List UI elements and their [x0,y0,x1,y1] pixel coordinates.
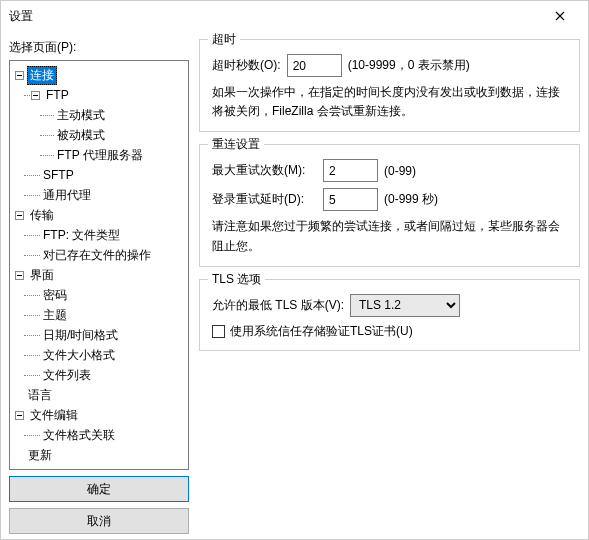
minus-icon[interactable] [14,410,25,421]
retry-delay-input[interactable] [323,188,378,211]
settings-tree[interactable]: 连接 FTP 主动模式 被动模式 FTP 代理服务器 [9,60,189,470]
timeout-group: 超时 超时秒数(O): (10-9999，0 表示禁用) 如果一次操作中，在指定… [199,39,580,132]
tls-min-label: 允许的最低 TLS 版本(V): [212,297,344,314]
retry-legend: 重连设置 [208,136,264,153]
max-retry-input[interactable] [323,159,378,182]
retry-desc: 请注意如果您过于频繁的尝试连接，或者间隔过短，某些服务器会阻止您。 [212,217,567,255]
tls-cert-checkbox[interactable] [212,325,225,338]
tls-min-select[interactable]: TLS 1.2 [350,294,460,317]
retry-group: 重连设置 最大重试次数(M): (0-99) 登录重试延时(D): (0-999… [199,144,580,266]
tls-group: TLS 选项 允许的最低 TLS 版本(V): TLS 1.2 使用系统信任存储… [199,279,580,351]
timeout-label: 超时秒数(O): [212,57,281,74]
retry-delay-label: 登录重试延时(D): [212,191,317,208]
tls-cert-label: 使用系统信任存储验证TLS证书(U) [230,323,413,340]
tree-item-existing[interactable]: 对已存在文件的操作 [10,245,188,265]
timeout-desc: 如果一次操作中，在指定的时间长度内没有发出或收到数据，连接将被关闭，FileZi… [212,83,567,121]
page-select-label: 选择页面(P): [9,39,189,56]
timeout-input[interactable] [287,54,342,77]
tree-item-ftp-proxy[interactable]: FTP 代理服务器 [10,145,188,165]
tree-item-interface[interactable]: 界面 [10,265,188,285]
tree-item-file-list[interactable]: 文件列表 [10,365,188,385]
tree-item-ftp-passive[interactable]: 被动模式 [10,125,188,145]
tree-item-generic-proxy[interactable]: 通用代理 [10,185,188,205]
tree-item-passwords[interactable]: 密码 [10,285,188,305]
tree-item-file-edit[interactable]: 文件编辑 [10,405,188,425]
max-retry-hint: (0-99) [384,164,416,178]
tree-item-file-assoc[interactable]: 文件格式关联 [10,425,188,445]
tree-item-ftp-active[interactable]: 主动模式 [10,105,188,125]
tls-legend: TLS 选项 [208,271,265,288]
window-title: 设置 [9,8,540,25]
ok-button[interactable]: 确定 [9,476,189,502]
tree-item-ftp[interactable]: FTP [10,85,188,105]
tree-item-connection[interactable]: 连接 [10,65,188,85]
tree-item-language[interactable]: 语言 [10,385,188,405]
tree-item-transfer[interactable]: 传输 [10,205,188,225]
tree-item-size-format[interactable]: 文件大小格式 [10,345,188,365]
minus-icon[interactable] [30,90,41,101]
cancel-button[interactable]: 取消 [9,508,189,534]
minus-icon[interactable] [14,210,25,221]
close-icon [555,11,565,21]
titlebar: 设置 [1,1,588,31]
tree-item-theme[interactable]: 主题 [10,305,188,325]
timeout-legend: 超时 [208,31,240,48]
tree-item-sftp[interactable]: SFTP [10,165,188,185]
tree-item-date-format[interactable]: 日期/时间格式 [10,325,188,345]
timeout-hint: (10-9999，0 表示禁用) [348,57,470,74]
tree-item-filetypes[interactable]: FTP: 文件类型 [10,225,188,245]
tree-item-updates[interactable]: 更新 [10,445,188,465]
close-button[interactable] [540,1,580,31]
retry-delay-hint: (0-999 秒) [384,191,438,208]
max-retry-label: 最大重试次数(M): [212,162,317,179]
minus-icon[interactable] [14,270,25,281]
minus-icon[interactable] [14,70,25,81]
